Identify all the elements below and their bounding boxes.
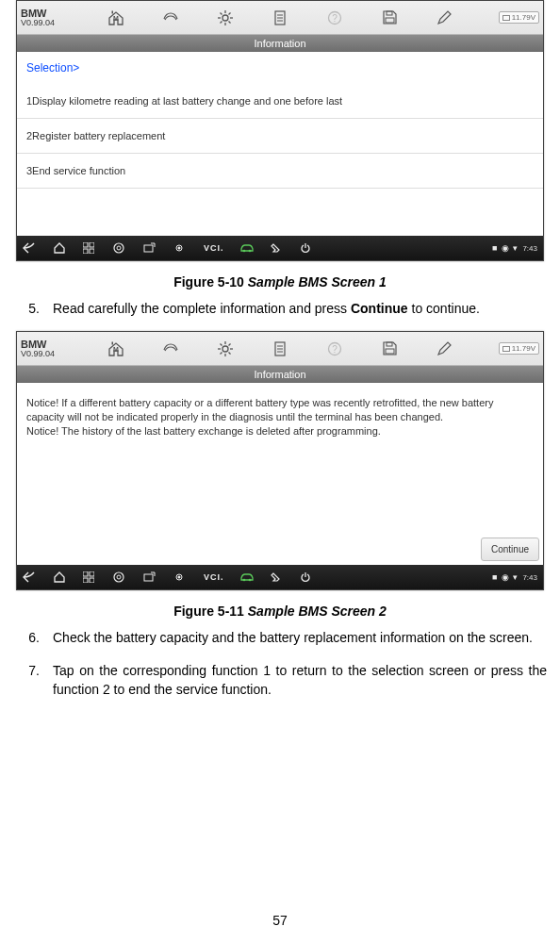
svg-line-40 bbox=[229, 343, 231, 345]
save-icon[interactable] bbox=[362, 336, 417, 362]
svg-rect-56 bbox=[144, 574, 153, 581]
svg-rect-21 bbox=[83, 249, 88, 254]
edit-icon[interactable] bbox=[417, 336, 471, 362]
gear-icon[interactable] bbox=[198, 5, 253, 31]
svg-point-27 bbox=[178, 247, 181, 250]
power-icon[interactable] bbox=[300, 242, 315, 254]
power-icon[interactable] bbox=[300, 571, 315, 583]
continue-button[interactable]: Continue bbox=[481, 538, 539, 561]
home-nav-icon[interactable] bbox=[53, 571, 68, 583]
screen-title-bar: Information bbox=[17, 35, 543, 52]
svg-point-28 bbox=[242, 250, 245, 253]
button-row: Continue bbox=[17, 534, 543, 565]
figure-number: Figure 5-11 bbox=[173, 604, 244, 619]
help-icon[interactable]: ? bbox=[307, 5, 362, 31]
document-icon[interactable] bbox=[253, 336, 307, 362]
car-icon[interactable] bbox=[239, 572, 255, 582]
home-icon[interactable]: M bbox=[89, 5, 143, 31]
svg-rect-20 bbox=[90, 242, 94, 247]
breadcrumb[interactable]: Selection> bbox=[17, 52, 543, 84]
svg-point-60 bbox=[248, 579, 251, 582]
svg-point-24 bbox=[117, 246, 121, 250]
chrome-icon[interactable] bbox=[113, 242, 128, 254]
car-icon[interactable] bbox=[239, 243, 255, 253]
figure-title: Sample BMS Screen 1 bbox=[244, 274, 387, 290]
svg-point-55 bbox=[117, 575, 121, 579]
edit-icon[interactable] bbox=[417, 5, 471, 31]
list-item[interactable]: 3End service function bbox=[17, 154, 543, 189]
svg-point-2 bbox=[222, 15, 228, 21]
svg-rect-51 bbox=[90, 571, 94, 576]
svg-rect-0 bbox=[112, 10, 114, 13]
svg-rect-50 bbox=[83, 571, 88, 576]
app-toolbar: BMW V0.99.04 M ? bbox=[17, 1, 543, 35]
svg-text:?: ? bbox=[332, 344, 338, 355]
figure-caption-1: Figure 5-10 Sample BMS Screen 1 bbox=[13, 274, 547, 290]
svg-line-8 bbox=[229, 21, 231, 23]
svg-rect-25 bbox=[144, 245, 153, 252]
svg-rect-48 bbox=[387, 342, 392, 346]
gear-icon[interactable] bbox=[198, 336, 253, 362]
voltage-badge: 11.79V bbox=[499, 342, 539, 355]
svg-rect-19 bbox=[83, 242, 88, 247]
help-icon[interactable]: ? bbox=[307, 336, 362, 362]
save-icon[interactable] bbox=[362, 5, 417, 31]
clock: 7:43 bbox=[522, 573, 537, 582]
brand-label: BMW V0.99.04 bbox=[17, 332, 74, 365]
inspection-icon[interactable] bbox=[143, 5, 198, 31]
status-icons: ■ ◉ ▾ bbox=[492, 572, 519, 582]
svg-line-9 bbox=[229, 12, 231, 14]
status-icons: ■ ◉ ▾ bbox=[492, 243, 519, 253]
step-text: Tap on the corresponding function 1 to r… bbox=[53, 661, 547, 700]
step-number: 5. bbox=[19, 299, 40, 318]
svg-line-7 bbox=[221, 12, 222, 14]
inspection-icon[interactable] bbox=[143, 336, 198, 362]
apps-nav-icon[interactable] bbox=[83, 242, 98, 254]
svg-rect-31 bbox=[112, 341, 114, 344]
list-item[interactable]: 2Register battery replacement bbox=[17, 119, 543, 154]
chrome-icon[interactable] bbox=[113, 571, 128, 583]
brand-name: BMW bbox=[21, 8, 74, 19]
vcl-label[interactable]: VCI. bbox=[204, 572, 224, 582]
svg-rect-53 bbox=[90, 578, 94, 583]
svg-point-59 bbox=[242, 579, 245, 582]
toolbar-tabs: M ? bbox=[74, 332, 486, 365]
svg-rect-18 bbox=[386, 18, 394, 23]
figure-number: Figure 5-10 bbox=[173, 274, 244, 290]
svg-line-41 bbox=[221, 352, 222, 354]
list-item[interactable]: 1Display kilometre reading at last batte… bbox=[17, 84, 543, 119]
voltage-indicator: 11.79V bbox=[486, 332, 543, 365]
screenshot-bms-2: BMW V0.99.04 M ? bbox=[16, 331, 544, 590]
brand-label: BMW V0.99.04 bbox=[17, 1, 74, 34]
step-5: 5. Read carefully the complete informati… bbox=[19, 299, 547, 318]
voltage-badge: 11.79V bbox=[499, 11, 539, 24]
apps-nav-icon[interactable] bbox=[83, 571, 98, 583]
step-number: 7. bbox=[19, 661, 40, 700]
vcl-label[interactable]: VCI. bbox=[204, 243, 224, 253]
svg-rect-17 bbox=[387, 11, 392, 15]
screenshot-icon[interactable] bbox=[143, 571, 158, 583]
figure-title: Sample BMS Screen 2 bbox=[244, 604, 387, 619]
screenshot-icon[interactable] bbox=[143, 242, 158, 254]
step-text: Check the battery capacity and the batte… bbox=[53, 628, 547, 647]
home-icon[interactable]: M bbox=[89, 336, 143, 362]
home-nav-icon[interactable] bbox=[53, 242, 68, 254]
step-number: 6. bbox=[19, 628, 40, 647]
tool-icon[interactable] bbox=[270, 242, 285, 254]
figure-caption-2: Figure 5-11 Sample BMS Screen 2 bbox=[13, 604, 547, 619]
back-icon[interactable] bbox=[23, 242, 38, 254]
step-text: Read carefully the complete information … bbox=[53, 299, 547, 318]
svg-line-39 bbox=[229, 352, 231, 354]
bottom-nav-bar: VCI. ■ ◉ ▾ 7:43 bbox=[17, 565, 543, 589]
svg-rect-49 bbox=[386, 349, 394, 354]
svg-text:M: M bbox=[113, 346, 119, 353]
document-icon[interactable] bbox=[253, 5, 307, 31]
back-icon[interactable] bbox=[23, 571, 38, 583]
svg-line-38 bbox=[221, 343, 222, 345]
step-7: 7. Tap on the corresponding function 1 t… bbox=[19, 661, 547, 700]
brightness-icon[interactable] bbox=[173, 242, 189, 254]
svg-point-58 bbox=[178, 576, 181, 579]
menu-list: 1Display kilometre reading at last batte… bbox=[17, 84, 543, 189]
brightness-icon[interactable] bbox=[173, 571, 189, 583]
tool-icon[interactable] bbox=[270, 571, 285, 583]
